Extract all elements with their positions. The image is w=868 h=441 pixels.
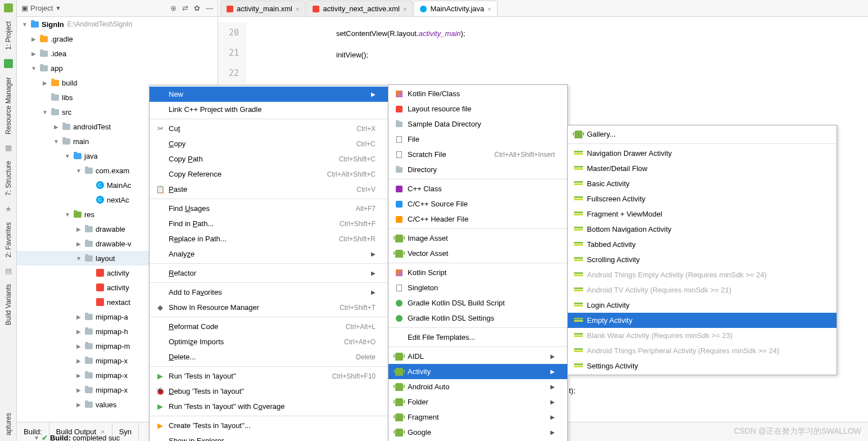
- expand-arrow-icon[interactable]: ▶: [30, 51, 37, 57]
- menu-item[interactable]: Optimize ImportsCtrl+Alt+O: [150, 334, 388, 349]
- menu-item[interactable]: Directory: [388, 162, 567, 177]
- menu-item[interactable]: Fragment▶: [388, 410, 567, 425]
- tree-root[interactable]: ▼ SignIn E:\AndroidTest\SignIn: [17, 17, 218, 32]
- expand-arrow-icon[interactable]: ▼: [53, 138, 60, 145]
- menu-item[interactable]: Login Activity: [568, 298, 837, 313]
- collapse-icon[interactable]: —: [206, 4, 213, 12]
- split-icon[interactable]: ⇄: [182, 4, 188, 12]
- menu-item[interactable]: C++ Class: [388, 181, 567, 196]
- menu-item[interactable]: Navigation Drawer Activity: [568, 146, 837, 161]
- menu-item[interactable]: ▶Create 'Tests in 'layout''...: [150, 418, 388, 433]
- menu-item[interactable]: Empty Activity: [568, 313, 837, 328]
- expand-arrow-icon[interactable]: ▶: [75, 358, 82, 364]
- expand-arrow-icon[interactable]: ▼: [64, 212, 71, 218]
- menu-item[interactable]: Copy ReferenceCtrl+Alt+Shift+C: [150, 166, 388, 182]
- menu-item[interactable]: File: [388, 132, 567, 147]
- menu-item[interactable]: Master/Detail Flow: [568, 161, 837, 176]
- expand-arrow-icon[interactable]: ▶: [30, 36, 37, 42]
- sidebar-view-selector[interactable]: ▣ Project ▼: [21, 4, 61, 12]
- menu-item[interactable]: Fragment + ViewModel: [568, 206, 837, 222]
- menu-item[interactable]: Activity▶: [388, 364, 567, 379]
- menu-item[interactable]: Find in Path...Ctrl+Shift+F: [150, 216, 388, 231]
- menu-item[interactable]: Scrolling Activity: [568, 252, 837, 267]
- menu-item[interactable]: Link C++ Project with Gradle: [150, 102, 388, 117]
- menu-item[interactable]: Kotlin Script: [388, 265, 567, 280]
- menu-item[interactable]: Copy PathCtrl+Shift+C: [150, 151, 388, 166]
- menu-item[interactable]: Folder▶: [388, 394, 567, 410]
- settings-gear-icon[interactable]: ✿: [194, 4, 200, 12]
- expand-arrow-icon[interactable]: ▶: [75, 241, 82, 247]
- expand-arrow-icon[interactable]: ▼: [64, 153, 71, 159]
- menu-item[interactable]: Add to Favorites▶: [150, 285, 388, 300]
- menu-item[interactable]: ✂CutCtrl+X: [150, 121, 388, 136]
- expand-arrow-icon[interactable]: ▶: [53, 124, 60, 130]
- code-line[interactable]: initView();: [246, 44, 465, 65]
- menu-item[interactable]: Singleton: [388, 280, 567, 295]
- menu-item[interactable]: Layout resource file: [388, 101, 567, 116]
- menu-item[interactable]: Gradle Kotlin DSL Build Script: [388, 295, 567, 310]
- menu-item[interactable]: Replace in Path...Ctrl+Shift+R: [150, 231, 388, 246]
- menu-item[interactable]: AIDL▶: [388, 349, 567, 364]
- expand-arrow-icon[interactable]: ▶: [75, 226, 82, 232]
- expand-arrow-icon[interactable]: ▼: [42, 109, 48, 115]
- menu-item[interactable]: New▶: [150, 87, 388, 102]
- expand-arrow-icon[interactable]: ▼: [30, 65, 37, 71]
- menu-item[interactable]: Reformat CodeCtrl+Alt+L: [150, 319, 388, 334]
- expand-arrow-icon[interactable]: ▶: [75, 314, 82, 320]
- menu-item[interactable]: Find UsagesAlt+F7: [150, 201, 388, 216]
- rail-resource-manager[interactable]: Resource Manager: [2, 71, 15, 140]
- menu-item[interactable]: Google▶: [388, 425, 567, 440]
- menu-item[interactable]: Image Asset: [388, 231, 567, 246]
- menu-item[interactable]: Bottom Navigation Activity: [568, 222, 837, 237]
- menu-item[interactable]: C/C++ Header File: [388, 212, 567, 227]
- rail-project[interactable]: 1: Project: [2, 16, 15, 56]
- expand-arrow-icon[interactable]: ▶: [75, 343, 82, 349]
- menu-item[interactable]: CopyCtrl+C: [150, 136, 388, 151]
- editor-tab[interactable]: activity_next_active.xml×: [306, 1, 413, 16]
- editor-tab[interactable]: MainActivity.java×: [414, 1, 497, 16]
- tree-item[interactable]: ▶.idea: [17, 46, 218, 61]
- menu-item[interactable]: 🐞Debug 'Tests in 'layout'': [150, 384, 388, 399]
- menu-item[interactable]: Show in Explorer: [150, 433, 388, 441]
- menu-item[interactable]: Tabbed Activity: [568, 237, 837, 252]
- expand-arrow-icon[interactable]: ▼: [21, 21, 28, 28]
- menu-item[interactable]: Fullscreen Activity: [568, 191, 837, 206]
- close-icon[interactable]: ×: [403, 6, 406, 12]
- menu-item[interactable]: Analyze▶: [150, 246, 388, 262]
- expand-arrow-icon[interactable]: ▶: [42, 80, 48, 86]
- rail-structure[interactable]: 7: Structure: [2, 155, 15, 201]
- rail-build-variants[interactable]: Build Variants: [2, 278, 15, 331]
- menu-item[interactable]: ◆Show In Resource ManagerCtrl+Shift+T: [150, 300, 388, 315]
- menu-item[interactable]: Android Auto▶: [388, 379, 567, 394]
- menu-item[interactable]: Gallery...: [568, 127, 837, 142]
- menu-item[interactable]: Scratch FileCtrl+Alt+Shift+Insert: [388, 147, 567, 162]
- rail-captures[interactable]: aptures: [2, 407, 15, 441]
- menu-item[interactable]: 📋PasteCtrl+V: [150, 182, 388, 197]
- menu-item[interactable]: Edit File Templates...: [388, 330, 567, 345]
- menu-item[interactable]: Kotlin File/Class: [388, 86, 567, 101]
- close-icon[interactable]: ×: [296, 6, 299, 12]
- tree-item[interactable]: ▼app: [17, 61, 218, 75]
- menu-item[interactable]: ▶Run 'Tests in 'layout''Ctrl+Shift+F10: [150, 368, 388, 384]
- menu-item[interactable]: Delete...Delete: [150, 349, 388, 364]
- menu-item[interactable]: Refactor▶: [150, 266, 388, 281]
- menu-item[interactable]: Basic Activity: [568, 176, 837, 191]
- expand-arrow-icon[interactable]: ▶: [75, 328, 82, 335]
- rail-favorites[interactable]: 2: Favorites: [2, 217, 15, 263]
- menu-item[interactable]: ▶Run 'Tests in 'layout'' with Coverage: [150, 399, 388, 414]
- expand-arrow-icon[interactable]: ▶: [75, 402, 82, 408]
- expand-arrow-icon[interactable]: ▼: [34, 435, 39, 441]
- menu-item[interactable]: Vector Asset: [388, 246, 567, 261]
- menu-item[interactable]: Settings Activity: [568, 358, 837, 374]
- code-editor[interactable]: 20 21 22 setContentView(R.layout.activit…: [218, 17, 868, 83]
- expand-arrow-icon[interactable]: ▶: [75, 387, 82, 393]
- menu-item[interactable]: Gradle Kotlin DSL Settings: [388, 310, 567, 326]
- expand-arrow-icon[interactable]: ▶: [75, 372, 82, 379]
- menu-item[interactable]: C/C++ Source File: [388, 196, 567, 212]
- code-line[interactable]: setContentView(R.layout.activity_main);: [246, 22, 465, 44]
- expand-arrow-icon[interactable]: ▼: [75, 168, 82, 174]
- target-icon[interactable]: ⊕: [170, 4, 177, 12]
- expand-arrow-icon[interactable]: ▼: [75, 255, 82, 262]
- editor-tab[interactable]: activity_main.xml×: [220, 1, 305, 16]
- menu-item[interactable]: Sample Data Directory: [388, 116, 567, 132]
